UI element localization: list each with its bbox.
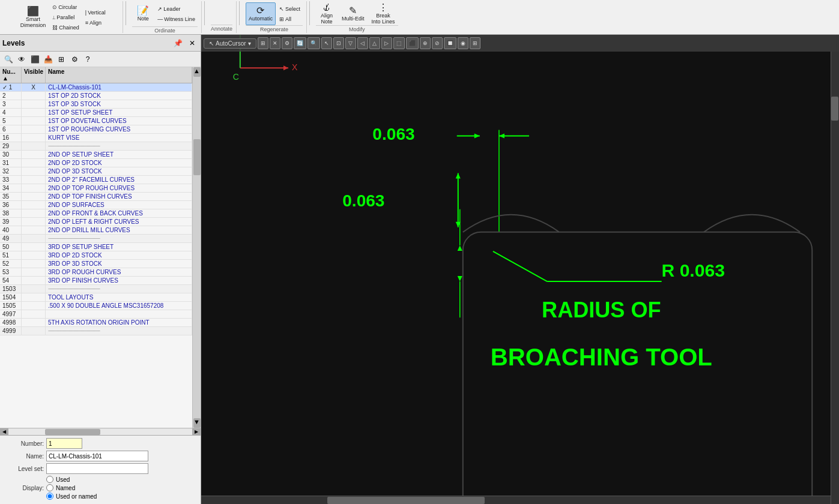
- align-button[interactable]: ≡ Align: [83, 18, 108, 28]
- chained-button[interactable]: ⛓ Chained: [50, 23, 82, 32]
- scroll-left-arrow[interactable]: ◀: [0, 428, 8, 436]
- automatic-icon: ⟳: [256, 6, 264, 16]
- vp-btn-7[interactable]: ⊡: [333, 37, 344, 49]
- vp-btn-17[interactable]: ◉: [458, 37, 468, 49]
- scroll-thumb-h[interactable]: [45, 429, 100, 435]
- table-row[interactable]: 41ST OP SETUP SHEET: [0, 109, 192, 117]
- all-icon: ⊞: [279, 16, 284, 22]
- row-num: 53: [0, 268, 22, 276]
- scroll-up-arrow[interactable]: ▲: [193, 67, 201, 77]
- witness-line-icon: —: [157, 16, 163, 22]
- smart-dimension-button[interactable]: ⬛ SmartDimension: [17, 6, 49, 29]
- table-row[interactable]: 1503------------------------------------…: [0, 285, 192, 293]
- table-row[interactable]: 51ST OP DOVETAIL CURVES: [0, 117, 192, 125]
- table-row[interactable]: 523RD OP 3D STOCK: [0, 260, 192, 268]
- align-note-button[interactable]: ⫝̸ AlignNote: [316, 2, 338, 25]
- table-row[interactable]: 342ND OP TOP ROUGH CURVES: [0, 184, 192, 193]
- scroll-down-arrow[interactable]: ▼: [193, 418, 201, 428]
- table-row[interactable]: 29--------------------------------------…: [0, 142, 192, 151]
- vp-btn-11[interactable]: ▷: [381, 37, 392, 49]
- table-row[interactable]: 392ND OP LEFT & RIGHT CURVES: [0, 218, 192, 226]
- automatic-button[interactable]: ⟳ Automatic: [246, 2, 276, 25]
- vp-btn-10[interactable]: △: [369, 37, 380, 49]
- table-row[interactable]: 352ND OP TOP FINISH CURVES: [0, 193, 192, 201]
- vp-btn-12[interactable]: ⬚: [393, 37, 405, 49]
- witness-line-button[interactable]: — Witness Line: [155, 14, 198, 24]
- table-row[interactable]: 332ND OP 2" FACEMILL CURVES: [0, 176, 192, 184]
- table-row[interactable]: 402ND OP DRILL MILL CURVES: [0, 226, 192, 235]
- vp-btn-15[interactable]: ⊘: [432, 37, 443, 49]
- table-row[interactable]: 49--------------------------------------…: [0, 235, 192, 243]
- name-input[interactable]: [46, 451, 148, 461]
- select-button[interactable]: ↖ Select: [277, 4, 303, 14]
- autocursor-button[interactable]: ↖ AutoCursor ▾: [204, 38, 256, 49]
- hscroll-thumb[interactable]: [327, 497, 485, 504]
- table-row[interactable]: 49985TH AXIS ROTATION ORIGIN POINT: [0, 319, 192, 327]
- vp-btn-14[interactable]: ⊕: [420, 37, 431, 49]
- multi-edit-button[interactable]: ✎ Multi-Edit: [339, 2, 368, 25]
- table-row[interactable]: 362ND OP SURFACES: [0, 201, 192, 209]
- vertical-scrollbar[interactable]: ▲ ▼: [192, 67, 201, 428]
- note-button[interactable]: 📝 Note: [132, 2, 154, 25]
- table-icon-btn[interactable]: ⊞: [55, 53, 67, 65]
- vp-btn-1[interactable]: ⊞: [258, 37, 268, 49]
- table-row[interactable]: 302ND OP SETUP SHEET: [0, 151, 192, 159]
- used-or-named-radio[interactable]: [46, 493, 53, 500]
- table-row[interactable]: 31ST OP 3D STOCK: [0, 100, 192, 109]
- table-row[interactable]: 16KURT VISE: [0, 134, 192, 142]
- vp-btn-8[interactable]: ▽: [345, 37, 356, 49]
- cad-viewport[interactable]: ↖ AutoCursor ▾ ⊞ ✕ ⚙ 🔄 🔍 ↖ ⊡ ▽ ◁ △ ▷ ⬚ ⬛…: [201, 35, 839, 504]
- vscroll-thumb[interactable]: [831, 97, 838, 121]
- used-or-named-radio-row: Used or named: [46, 493, 97, 500]
- layers-icon-btn[interactable]: ⬛: [29, 53, 41, 65]
- eye-icon-btn[interactable]: 👁: [16, 53, 28, 65]
- all-button[interactable]: ⊞ All: [277, 14, 303, 24]
- vp-btn-13[interactable]: ⬛: [406, 37, 419, 49]
- table-row[interactable]: 4999------------------------------------…: [0, 327, 192, 335]
- vp-btn-9[interactable]: ◁: [357, 37, 368, 49]
- row-name: 1ST OP SETUP SHEET: [46, 109, 192, 116]
- help-icon-btn[interactable]: ?: [82, 53, 94, 65]
- viewport-vscrollbar[interactable]: [831, 52, 839, 504]
- vp-btn-18[interactable]: ⊞: [470, 37, 480, 49]
- table-row[interactable]: ✓ 1XCL-LM-Chassis-101: [0, 83, 192, 92]
- vp-btn-6[interactable]: ↖: [321, 37, 332, 49]
- vp-btn-3[interactable]: ⚙: [282, 37, 292, 49]
- scroll-thumb[interactable]: [193, 139, 201, 175]
- settings-icon-btn[interactable]: ⚙: [68, 53, 80, 65]
- parallel-button[interactable]: ⟂ Parallel: [50, 13, 82, 22]
- table-row[interactable]: 503RD OP SETUP SHEET: [0, 243, 192, 251]
- viewport-hscrollbar[interactable]: [201, 496, 831, 504]
- table-row[interactable]: 61ST OP ROUGHING CURVES: [0, 125, 192, 134]
- circular-button[interactable]: ⊙ Circular: [50, 2, 82, 12]
- vp-btn-4[interactable]: 🔄: [294, 37, 306, 49]
- levelset-input[interactable]: [46, 463, 148, 474]
- import-icon-btn[interactable]: 📥: [42, 53, 54, 65]
- close-panel-button[interactable]: ✕: [186, 37, 198, 49]
- levels-table[interactable]: Nu... ▲ Visible Name ✓ 1XCL-LM-Chassis-1…: [0, 67, 192, 428]
- table-row[interactable]: 1504TOOL LAYOUTS: [0, 293, 192, 302]
- horizontal-scrollbar[interactable]: ◀ ▶: [0, 428, 201, 435]
- table-row[interactable]: 322ND OP 3D STOCK: [0, 167, 192, 176]
- used-radio[interactable]: [46, 476, 53, 483]
- table-row[interactable]: 1505.500 X 90 DOUBLE ANGLE MSC31657208: [0, 302, 192, 310]
- table-row[interactable]: 543RD OP FINISH CURVES: [0, 277, 192, 285]
- table-row[interactable]: 312ND OP 2D STOCK: [0, 159, 192, 167]
- vertical-button[interactable]: | Vertical: [83, 8, 108, 17]
- table-row[interactable]: 382ND OP FRONT & BACK CURVES: [0, 209, 192, 218]
- leader-button[interactable]: ↗ Leader: [155, 4, 198, 14]
- vp-btn-16[interactable]: 🔲: [444, 37, 456, 49]
- search-icon-btn[interactable]: 🔍: [2, 53, 14, 65]
- table-row[interactable]: 513RD OP 2D STOCK: [0, 251, 192, 260]
- number-input[interactable]: [46, 438, 82, 449]
- vp-btn-5[interactable]: 🔍: [307, 37, 320, 49]
- scroll-right-arrow[interactable]: ▶: [192, 428, 201, 436]
- number-row: Number:: [5, 438, 196, 449]
- break-into-lines-button[interactable]: ⋮ BreakInto Lines: [368, 2, 398, 25]
- table-row[interactable]: 533RD OP ROUGH CURVES: [0, 268, 192, 277]
- named-radio[interactable]: [46, 484, 53, 491]
- pin-button[interactable]: 📌: [172, 37, 184, 49]
- table-row[interactable]: 21ST OP 2D STOCK: [0, 92, 192, 100]
- vp-btn-2[interactable]: ✕: [270, 37, 280, 49]
- table-row[interactable]: 4997: [0, 310, 192, 319]
